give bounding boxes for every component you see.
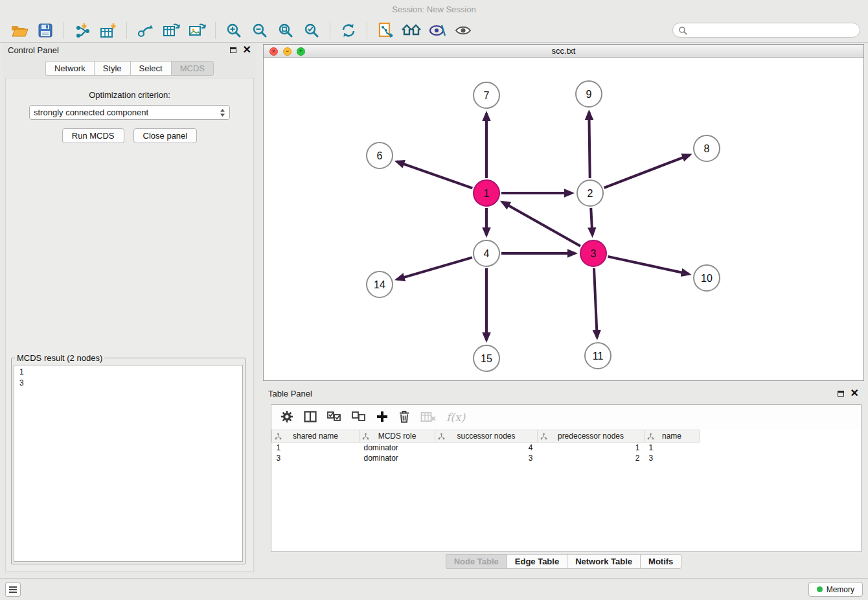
graph-node-1[interactable]: 1 xyxy=(474,180,499,206)
main-toolbar xyxy=(0,18,868,43)
zoom-in-button[interactable] xyxy=(221,20,247,41)
delete-table-button[interactable] xyxy=(420,411,436,424)
tab-style[interactable]: Style xyxy=(94,61,130,76)
graph-node-7[interactable]: 7 xyxy=(474,82,499,108)
table-cell[interactable]: 4 xyxy=(435,443,538,453)
minimize-window-button[interactable]: − xyxy=(283,47,291,56)
deselect-all-button[interactable] xyxy=(352,411,366,424)
tab-node-table[interactable]: Node Table xyxy=(446,554,507,569)
table-cell[interactable]: 1 xyxy=(272,443,360,453)
search-box[interactable] xyxy=(672,23,860,38)
graph-node-3[interactable]: 3 xyxy=(580,240,606,266)
table-cell[interactable]: 1 xyxy=(645,443,700,453)
zoom-fit-button[interactable] xyxy=(273,20,299,41)
save-icon xyxy=(38,23,52,38)
zoom-fit-icon xyxy=(278,23,293,38)
close-window-button[interactable]: × xyxy=(269,47,278,56)
table-cell[interactable]: 3 xyxy=(645,453,700,463)
table-row[interactable]: 1dominator411 xyxy=(272,443,700,453)
network-canvas[interactable]: 7968124314101511 xyxy=(264,58,863,380)
first-neighbors-button[interactable] xyxy=(398,20,424,41)
window-title: Session: New Session xyxy=(392,5,475,14)
table-cell[interactable]: dominator xyxy=(360,453,435,463)
network-graph[interactable]: 7968124314101511 xyxy=(264,58,865,382)
maximize-window-button[interactable]: + xyxy=(297,47,305,56)
table-panel-close-icon[interactable]: ✕ xyxy=(851,389,859,398)
graph-edge-3-10[interactable] xyxy=(608,257,689,274)
delete-column-button[interactable] xyxy=(398,410,410,425)
export-table-button[interactable] xyxy=(158,20,184,41)
zoom-out-button[interactable] xyxy=(247,20,273,41)
table-cell[interactable]: 1 xyxy=(538,443,645,453)
table-cell[interactable]: 2 xyxy=(538,453,645,463)
table-cell[interactable]: dominator xyxy=(360,443,435,453)
column-header-name[interactable]: name xyxy=(645,430,700,443)
column-header-predecessor-nodes[interactable]: predecessor nodes xyxy=(538,430,645,443)
import-table-button[interactable] xyxy=(95,20,121,41)
memory-status-icon xyxy=(817,586,823,592)
table-cell[interactable]: 3 xyxy=(272,453,360,463)
run-mcds-button[interactable]: Run MCDS xyxy=(62,128,124,143)
zoom-out-icon xyxy=(252,23,268,38)
tab-mcds[interactable]: MCDS xyxy=(171,61,214,76)
toolbar-separator xyxy=(63,22,64,39)
tab-network-table[interactable]: Network Table xyxy=(567,554,640,569)
graph-node-9[interactable]: 9 xyxy=(576,81,602,107)
show-columns-button[interactable] xyxy=(304,411,317,424)
column-header-shared-name[interactable]: shared name xyxy=(272,430,360,443)
network-window-titlebar[interactable]: × − + scc.txt xyxy=(264,45,863,58)
graph-edge-2-3[interactable] xyxy=(591,208,592,235)
graph-node-10[interactable]: 10 xyxy=(694,265,720,291)
tab-select[interactable]: Select xyxy=(130,61,171,76)
clone-network-button[interactable] xyxy=(372,20,398,41)
panel-menu-button[interactable] xyxy=(5,583,21,597)
tab-network[interactable]: Network xyxy=(45,61,94,76)
graph-node-6[interactable]: 6 xyxy=(367,143,393,168)
column-header-mcds-role[interactable]: MCDS role xyxy=(360,430,435,443)
columns-icon xyxy=(304,411,317,422)
function-builder-icon[interactable]: f(x) xyxy=(446,411,465,424)
graph-edge-1-6[interactable] xyxy=(396,161,472,188)
export-network-button[interactable] xyxy=(132,20,158,41)
tab-edge-table[interactable]: Edge Table xyxy=(507,554,567,569)
show-graphics-details-button[interactable] xyxy=(450,20,476,41)
float-panel-icon[interactable] xyxy=(230,47,236,53)
graph-edge-3-1[interactable] xyxy=(502,202,580,246)
export-image-button[interactable] xyxy=(184,20,210,41)
zoom-selected-button[interactable] xyxy=(299,20,325,41)
graph-node-14[interactable]: 14 xyxy=(367,271,393,297)
graph-edge-3-11[interactable] xyxy=(594,268,597,338)
open-session-button[interactable] xyxy=(6,20,32,41)
table-row[interactable]: 3dominator323 xyxy=(272,453,700,463)
optimization-select[interactable]: strongly connected component xyxy=(29,105,230,120)
table-cell[interactable]: 3 xyxy=(435,453,538,463)
graph-node-11[interactable]: 11 xyxy=(585,343,611,369)
search-icon xyxy=(678,26,687,35)
import-network-button[interactable] xyxy=(69,20,95,41)
float-panel-icon[interactable] xyxy=(838,391,844,397)
mcds-result-line[interactable]: 1 xyxy=(19,367,237,378)
graph-node-4[interactable]: 4 xyxy=(474,240,499,266)
column-header-successor-nodes[interactable]: successor nodes xyxy=(435,430,538,443)
save-session-button[interactable] xyxy=(32,20,58,41)
refresh-view-button[interactable] xyxy=(336,20,361,41)
create-column-button[interactable] xyxy=(376,411,388,424)
graph-edge-2-8[interactable] xyxy=(604,155,689,188)
close-panel-button[interactable]: Close panel xyxy=(133,128,198,143)
visual-style-button[interactable] xyxy=(424,20,450,41)
graph-node-2[interactable]: 2 xyxy=(577,180,603,206)
column-sort-icon xyxy=(540,433,547,440)
control-panel-close-icon[interactable]: ✕ xyxy=(243,45,251,54)
search-input[interactable] xyxy=(687,23,860,37)
select-all-button[interactable] xyxy=(327,411,341,424)
table-settings-button[interactable] xyxy=(280,410,293,425)
mcds-result-line[interactable]: 3 xyxy=(19,378,237,389)
tab-motifs[interactable]: Motifs xyxy=(640,554,681,569)
control-panel-title: Control Panel xyxy=(8,45,59,55)
graph-node-8[interactable]: 8 xyxy=(694,135,720,161)
graph-node-15[interactable]: 15 xyxy=(474,345,499,371)
graph-edge-2-9[interactable] xyxy=(589,112,589,178)
mcds-result-list[interactable]: 13 xyxy=(14,365,243,562)
graph-edge-4-14[interactable] xyxy=(397,257,472,279)
memory-button[interactable]: Memory xyxy=(808,582,863,597)
